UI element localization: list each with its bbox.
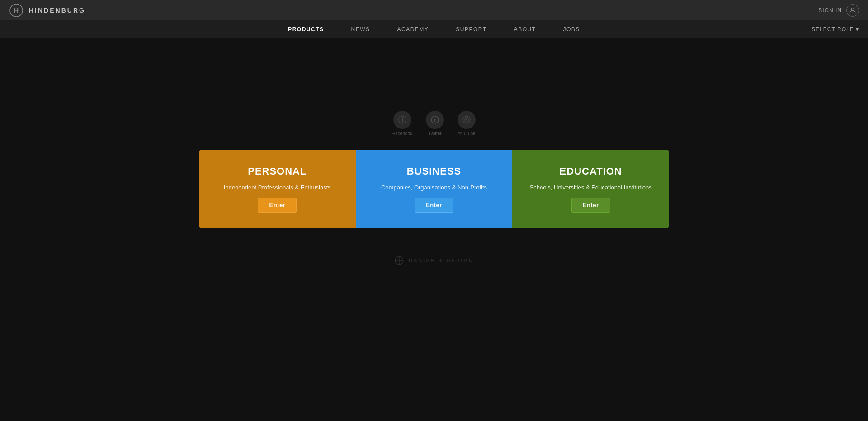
personal-enter-button[interactable]: Enter [258, 198, 297, 213]
svg-text:H: H [14, 7, 19, 14]
nav-item-about[interactable]: ABOUT [514, 26, 536, 33]
nav-items: PRODUCTS NEWS ACADEMY SUPPORT ABOUT JOBS [288, 26, 580, 33]
business-role-card: BUSINESS Companies, Organisations & Non-… [356, 150, 513, 228]
sign-in-link[interactable]: SIGN IN [818, 7, 842, 14]
business-title: BUSINESS [407, 166, 461, 177]
business-enter-button[interactable]: Enter [415, 198, 453, 213]
nav-item-academy[interactable]: ACADEMY [397, 26, 429, 33]
twitter-social-item[interactable]: t Twitter [426, 111, 444, 136]
youtube-label: YouTube [458, 131, 475, 136]
personal-description: Independent Professionals & Enthusiasts [224, 184, 331, 191]
nav-item-support[interactable]: SUPPORT [456, 26, 486, 33]
nav-item-news[interactable]: NEWS [351, 26, 370, 33]
facebook-label: Facebook [392, 131, 412, 136]
education-title: EDUCATION [560, 166, 622, 177]
twitter-icon: t [426, 111, 444, 129]
nav-item-jobs[interactable]: JOBS [563, 26, 580, 33]
nav-item-products[interactable]: PRODUCTS [288, 26, 324, 33]
facebook-social-item[interactable]: f Facebook [392, 111, 412, 136]
personal-title: PERSONAL [248, 166, 307, 177]
main-content: f Facebook t Twitter YouTube [0, 38, 868, 265]
education-enter-button[interactable]: Enter [571, 198, 610, 213]
business-description: Companies, Organisations & Non-Profits [381, 184, 487, 191]
facebook-icon: f [393, 111, 411, 129]
hindenburg-logo-icon: H [9, 3, 24, 18]
user-avatar-icon[interactable] [846, 4, 859, 17]
social-icons-group: f Facebook t Twitter YouTube [392, 111, 476, 136]
navigation: PRODUCTS NEWS ACADEMY SUPPORT ABOUT JOBS… [0, 20, 868, 38]
header-left: H HINDENBURG [9, 3, 85, 18]
danish-design-logo-icon [394, 255, 404, 265]
select-role-dropdown[interactable]: SELECT ROLE ▾ [811, 26, 859, 33]
logo-text: HINDENBURG [29, 7, 85, 14]
education-description: Schools, Universities & Educational Inst… [530, 184, 652, 191]
svg-text:t: t [434, 118, 435, 123]
header: H HINDENBURG SIGN IN [0, 0, 868, 20]
youtube-icon [458, 111, 476, 129]
twitter-label: Twitter [428, 131, 441, 136]
education-role-card: EDUCATION Schools, Universities & Educat… [512, 150, 669, 228]
personal-role-card: PERSONAL Independent Professionals & Ent… [199, 150, 356, 228]
role-cards-container: PERSONAL Independent Professionals & Ent… [199, 150, 669, 228]
svg-text:f: f [401, 117, 403, 123]
svg-marker-9 [466, 119, 467, 120]
youtube-social-item[interactable]: YouTube [458, 111, 476, 136]
footer: DANISH ✛ DESIGN [394, 255, 474, 265]
footer-text: DANISH ✛ DESIGN [409, 258, 474, 264]
header-right: SIGN IN [818, 4, 859, 17]
